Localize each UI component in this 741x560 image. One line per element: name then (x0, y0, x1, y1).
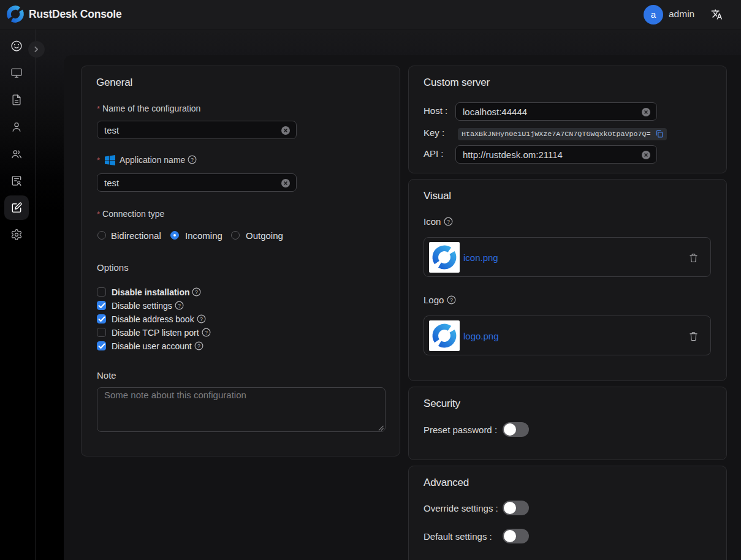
svg-text:?: ? (197, 343, 200, 349)
svg-text:?: ? (447, 219, 450, 225)
svg-text:?: ? (178, 303, 181, 309)
svg-text:?: ? (196, 289, 199, 295)
svg-text:?: ? (205, 330, 208, 336)
svg-text:?: ? (450, 297, 453, 303)
svg-text:?: ? (191, 157, 194, 163)
svg-text:?: ? (200, 316, 203, 322)
